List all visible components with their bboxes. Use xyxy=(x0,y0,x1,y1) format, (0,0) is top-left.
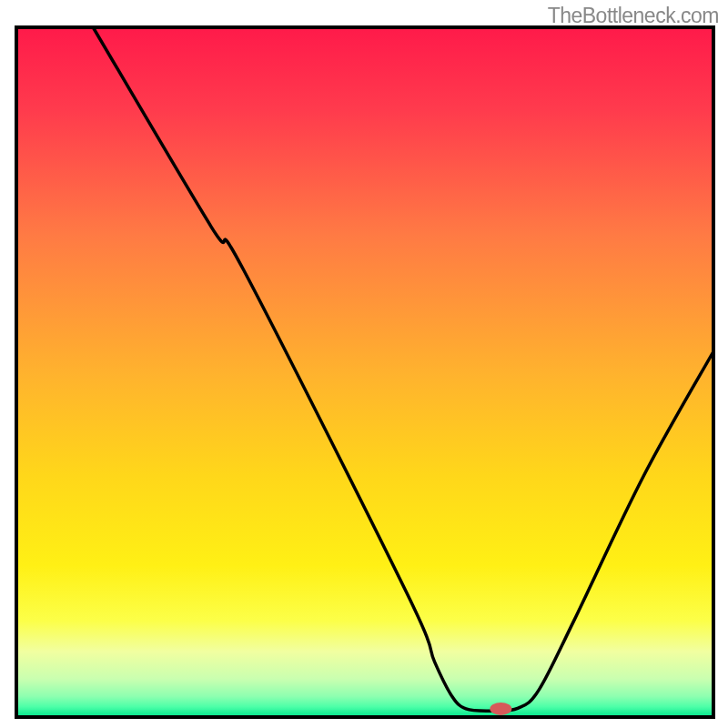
bottleneck-chart: TheBottleneck.com xyxy=(0,0,728,728)
chart-svg xyxy=(0,0,728,728)
optimal-point-marker xyxy=(490,703,511,715)
gradient-background xyxy=(16,27,713,717)
watermark-text: TheBottleneck.com xyxy=(548,4,719,28)
plot-area xyxy=(16,27,713,717)
